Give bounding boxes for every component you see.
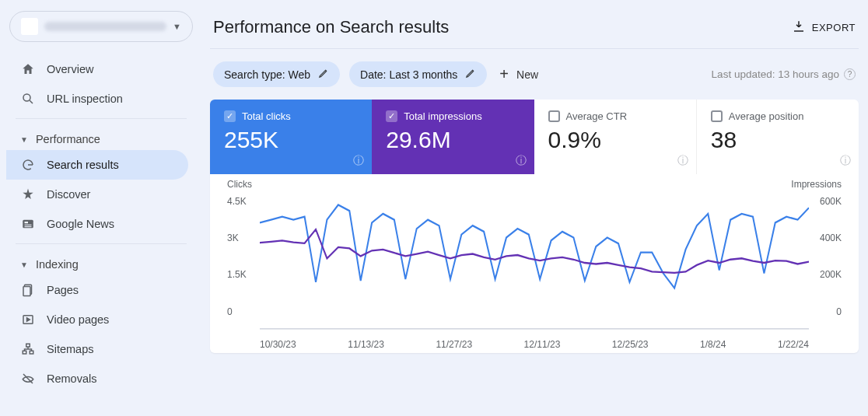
export-button[interactable]: EXPORT [792,19,856,36]
sidebar: ▼ Overview URL inspection ▼ Performance … [0,0,202,416]
last-updated: Last updated: 13 hours ago ? [712,68,856,80]
help-icon[interactable]: ? [844,68,856,80]
metric-avg-ctr[interactable]: Average CTR 0.9% ⓘ [534,100,697,174]
filters-row: Search type: Web Date: Last 3 months + N… [210,49,859,100]
y-right-tick: 0 [836,306,842,317]
divider [16,118,187,119]
nav-label: Sitemaps [47,343,93,355]
download-icon [792,19,806,36]
y-left-tick: 4.5K [227,196,247,207]
metric-avg-position[interactable]: Average position 38 ⓘ [697,100,859,174]
news-icon [20,217,36,231]
help-icon[interactable]: ⓘ [516,154,527,168]
x-tick: 1/22/24 [778,339,809,350]
chevron-down-icon: ▼ [20,260,28,269]
chip-label: Date: Last 3 months [360,68,457,81]
svg-point-0 [23,94,30,101]
help-icon[interactable]: ⓘ [677,154,688,168]
filter-search-type[interactable]: Search type: Web [213,61,340,87]
metric-label-row: ✓Total clicks [224,110,358,122]
nav-label: Overview [47,63,93,75]
nav-label: Google News [47,218,114,230]
nav-discover[interactable]: Discover [6,180,188,209]
metric-tiles: ✓Total clicks 255K ⓘ ✓Total impressions … [210,100,859,174]
divider [16,243,187,244]
section-label: Performance [36,133,100,145]
y-left-tick: 1.5K [227,269,247,280]
y-left-title: Clicks [227,179,252,190]
help-icon[interactable]: ⓘ [353,154,364,168]
sitemaps-icon [20,342,36,356]
y-left-tick: 0 [227,306,233,317]
metric-label-row: Average position [711,110,845,122]
nav-search-results[interactable]: Search results [6,150,188,180]
svg-rect-2 [25,222,29,223]
svg-rect-3 [25,225,32,225]
nav-url-inspection[interactable]: URL inspection [6,84,188,114]
x-tick: 11/13/23 [348,339,384,350]
x-tick: 12/11/23 [524,339,561,350]
nav-pages[interactable]: Pages [6,275,188,305]
y-right-tick: 400K [820,232,842,243]
line-chart [260,196,809,330]
removals-icon [20,372,36,386]
star-icon [20,187,36,201]
y-right-tick: 600K [820,196,842,207]
nav-label: Pages [47,284,79,296]
metric-value: 29.6M [386,127,520,153]
performance-card: ✓Total clicks 255K ⓘ ✓Total impressions … [210,100,859,353]
x-tick: 12/25/23 [612,339,649,350]
site-selector[interactable]: ▼ [9,11,193,42]
svg-rect-8 [26,344,30,347]
search-icon [20,92,36,106]
section-label: Indexing [36,258,79,271]
new-label: New [516,68,538,81]
metric-value: 0.9% [548,127,682,153]
plus-icon: + [499,65,509,83]
google-icon [20,158,36,172]
nav-overview[interactable]: Overview [6,54,188,84]
x-tick: 1/8/24 [700,339,726,350]
help-icon[interactable]: ⓘ [840,154,851,168]
y-right-title: Impressions [791,179,842,190]
metric-label-row: Average CTR [548,110,682,122]
add-filter-button[interactable]: + New [499,65,538,83]
x-tick: 11/27/23 [436,339,472,350]
metric-label: Total clicks [242,110,291,122]
chip-label: Search type: Web [224,68,310,81]
section-indexing[interactable]: ▼ Indexing [6,249,196,275]
nav-removals[interactable]: Removals [6,364,188,393]
nav-google-news[interactable]: Google News [6,209,188,239]
checkbox-icon [548,110,560,122]
main-content: Performance on Search results EXPORT Sea… [202,0,868,416]
chart-area: Clicks Impressions 4.5K 3K 1.5K 0 600K 4… [210,174,859,353]
metric-label: Average position [729,110,804,122]
nav-label: URL inspection [47,93,123,105]
pencil-icon [465,68,476,81]
nav-label: Removals [47,372,96,385]
metric-value: 38 [711,127,845,153]
nav-label: Video pages [47,313,109,326]
pages-icon [20,283,36,297]
y-left-tick: 3K [227,232,239,243]
filter-date[interactable]: Date: Last 3 months [349,61,487,87]
svg-rect-4 [25,226,32,227]
metric-total-clicks[interactable]: ✓Total clicks 255K ⓘ [210,100,372,174]
export-label: EXPORT [812,22,856,33]
svg-rect-6 [23,287,30,296]
metric-value: 255K [224,127,358,153]
x-axis: 10/30/23 11/13/23 11/27/23 12/11/23 12/2… [260,339,809,350]
metric-label: Average CTR [566,110,628,122]
svg-rect-9 [23,351,26,354]
metric-total-impressions[interactable]: ✓Total impressions 29.6M ⓘ [372,100,534,174]
last-updated-text: Last updated: 13 hours ago [712,68,839,80]
nav-label: Search results [47,159,119,171]
checkbox-icon: ✓ [386,110,397,122]
metric-label-row: ✓Total impressions [386,110,520,122]
nav-video-pages[interactable]: Video pages [6,305,188,334]
page-title: Performance on Search results [213,17,449,37]
section-performance[interactable]: ▼ Performance [6,124,196,150]
metric-label: Total impressions [404,110,481,122]
nav-sitemaps[interactable]: Sitemaps [6,334,188,364]
checkbox-icon [711,110,723,122]
